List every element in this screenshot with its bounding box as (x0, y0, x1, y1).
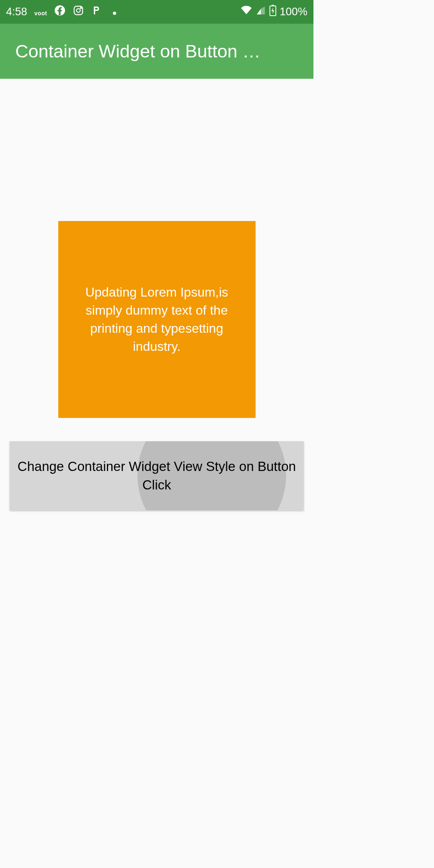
button-label: Change Container Widget View Style on Bu… (10, 457, 304, 494)
status-left: 4:58 voot (6, 5, 116, 19)
svg-rect-5 (272, 5, 274, 6)
wifi-icon (240, 6, 252, 18)
facebook-icon (54, 5, 66, 19)
content-area: Updating Lorem Ipsum,is simply dummy tex… (0, 79, 313, 627)
app-bar-title: Container Widget on Button … (15, 41, 298, 62)
status-bar: 4:58 voot 100% (0, 0, 313, 24)
battery-charging-icon (269, 5, 276, 19)
container-text: Updating Lorem Ipsum,is simply dummy tex… (70, 283, 244, 355)
svg-point-3 (80, 7, 82, 8)
container-widget: Updating Lorem Ipsum,is simply dummy tex… (58, 221, 256, 418)
voot-icon: voot (35, 6, 47, 18)
p-icon (91, 5, 102, 18)
instagram-icon (73, 5, 84, 19)
change-style-button[interactable]: Change Container Widget View Style on Bu… (10, 441, 304, 510)
battery-percent: 100% (280, 6, 307, 18)
app-bar: Container Widget on Button … (0, 24, 313, 79)
notification-dot-icon (113, 12, 116, 15)
signal-icon (256, 6, 266, 18)
svg-point-2 (76, 8, 80, 12)
status-time: 4:58 (6, 6, 27, 18)
status-right: 100% (240, 5, 307, 19)
